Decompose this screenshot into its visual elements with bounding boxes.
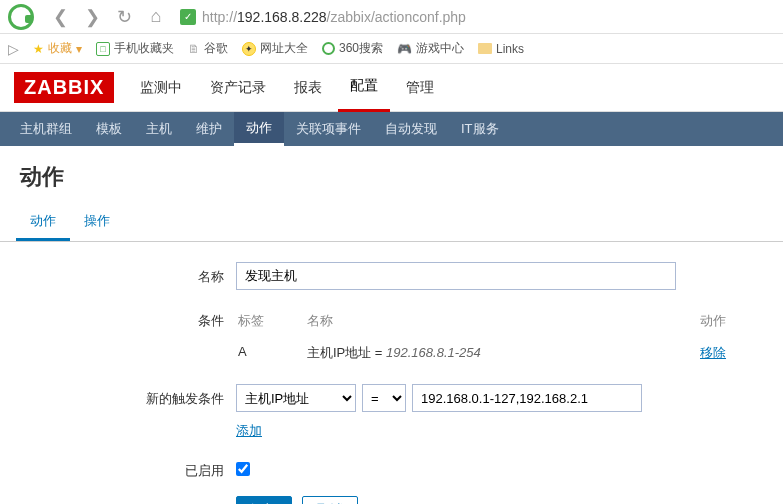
- bookmark-360[interactable]: 360搜索: [322, 40, 383, 57]
- security-shield-icon: ✓: [180, 9, 196, 25]
- remove-condition-link[interactable]: 移除: [700, 345, 726, 360]
- bookmark-mobile[interactable]: □手机收藏夹: [96, 40, 174, 57]
- cond-header-name: 名称: [307, 308, 665, 338]
- menu-inventory[interactable]: 资产记录: [198, 64, 278, 112]
- tab-operations[interactable]: 操作: [70, 204, 124, 241]
- submenu-correlation[interactable]: 关联项事件: [284, 112, 373, 146]
- page-title: 动作: [0, 146, 783, 204]
- zabbix-header: ZABBIX 监测中 资产记录 报表 配置 管理: [0, 64, 783, 112]
- row-name: 名称: [16, 262, 767, 290]
- cond-label: A: [238, 340, 305, 366]
- condition-value-input[interactable]: [412, 384, 642, 412]
- add-button[interactable]: 添加: [236, 496, 292, 504]
- cond-header-label: 标签: [238, 308, 305, 338]
- submenu-templates[interactable]: 模板: [84, 112, 134, 146]
- label-enabled: 已启用: [16, 456, 236, 480]
- folder-icon: [478, 43, 492, 54]
- condition-operator-select[interactable]: =: [362, 384, 406, 412]
- page-icon: 🗎: [188, 42, 200, 56]
- bookmark-favorites[interactable]: ★收藏 ▾: [33, 40, 82, 57]
- bookmarks-expand-icon[interactable]: ▷: [8, 41, 19, 57]
- row-conditions: 条件 标签 名称 动作 A 主机IP地址 = 192.168.8.1-254 移…: [16, 306, 767, 368]
- reload-button[interactable]: ↻: [110, 3, 138, 31]
- mobile-icon: □: [96, 42, 110, 56]
- bookmark-google[interactable]: 🗎谷歌: [188, 40, 228, 57]
- table-row: A 主机IP地址 = 192.168.8.1-254 移除: [238, 340, 734, 366]
- browser-logo-icon: [8, 4, 34, 30]
- bookmark-wzdq[interactable]: ✦网址大全: [242, 40, 308, 57]
- submenu-itservices[interactable]: IT服务: [449, 112, 511, 146]
- menu-configuration[interactable]: 配置: [338, 64, 390, 112]
- label-new-condition: 新的触发条件: [16, 384, 236, 408]
- submenu-hostgroups[interactable]: 主机群组: [8, 112, 84, 146]
- submenu-maintenance[interactable]: 维护: [184, 112, 234, 146]
- bookmarks-bar: ▷ ★收藏 ▾ □手机收藏夹 🗎谷歌 ✦网址大全 360搜索 🎮游戏中心 Lin…: [0, 34, 783, 64]
- conditions-table: 标签 名称 动作 A 主机IP地址 = 192.168.8.1-254 移除: [236, 306, 736, 368]
- zabbix-logo[interactable]: ZABBIX: [14, 72, 114, 103]
- menu-reports[interactable]: 报表: [282, 64, 334, 112]
- action-form: 名称 条件 标签 名称 动作 A 主机IP地址 = 192.168.8.1-25: [0, 242, 783, 504]
- browser-toolbar: ❮ ❯ ↻ ⌂ ✓ http://192.168.8.228/zabbix/ac…: [0, 0, 783, 34]
- home-button[interactable]: ⌂: [142, 3, 170, 31]
- form-tabs: 动作 操作: [0, 204, 783, 242]
- enabled-checkbox[interactable]: [236, 462, 250, 476]
- cond-header-action: 动作: [667, 308, 734, 338]
- label-conditions: 条件: [16, 306, 236, 330]
- row-enabled: 已启用: [16, 456, 767, 480]
- cancel-button[interactable]: 取消: [302, 496, 358, 504]
- cond-name: 主机IP地址 = 192.168.8.1-254: [307, 340, 665, 366]
- label-name: 名称: [16, 262, 236, 286]
- zabbix-submenu: 主机群组 模板 主机 维护 动作 关联项事件 自动发现 IT服务: [0, 112, 783, 146]
- o360-icon: [322, 42, 335, 55]
- name-input[interactable]: [236, 262, 676, 290]
- tab-action[interactable]: 动作: [16, 204, 70, 241]
- menu-administration[interactable]: 管理: [394, 64, 446, 112]
- bookmark-links[interactable]: Links: [478, 42, 524, 56]
- row-new-condition: 新的触发条件 主机IP地址 = 添加: [16, 384, 767, 440]
- gamepad-icon: 🎮: [397, 42, 412, 56]
- bookmark-gamecenter[interactable]: 🎮游戏中心: [397, 40, 464, 57]
- submenu-actions[interactable]: 动作: [234, 112, 284, 146]
- submenu-discovery[interactable]: 自动发现: [373, 112, 449, 146]
- url-text: http://192.168.8.228/zabbix/actionconf.p…: [202, 9, 466, 25]
- star-icon: ★: [33, 42, 44, 56]
- compass-icon: ✦: [242, 42, 256, 56]
- forward-button[interactable]: ❯: [78, 3, 106, 31]
- back-button[interactable]: ❮: [46, 3, 74, 31]
- add-condition-link[interactable]: 添加: [236, 423, 262, 438]
- menu-monitoring[interactable]: 监测中: [128, 64, 194, 112]
- url-bar[interactable]: ✓ http://192.168.8.228/zabbix/actionconf…: [174, 9, 775, 25]
- row-buttons: 添加 取消: [16, 496, 767, 504]
- submenu-hosts[interactable]: 主机: [134, 112, 184, 146]
- condition-type-select[interactable]: 主机IP地址: [236, 384, 356, 412]
